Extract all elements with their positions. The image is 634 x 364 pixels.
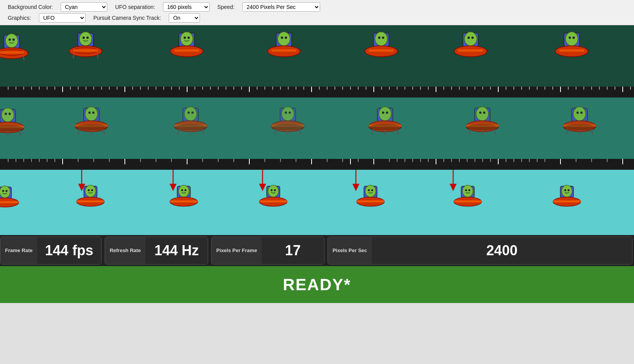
svg-rect-63 (117, 87, 117, 90)
svg-rect-60 (93, 87, 94, 90)
svg-rect-103 (428, 87, 429, 90)
svg-rect-246 (513, 159, 514, 162)
svg-rect-67 (148, 87, 149, 90)
svg-line-16 (97, 54, 98, 58)
svg-rect-240 (467, 159, 468, 162)
pursuit-select[interactable]: On (169, 13, 200, 23)
svg-marker-299 (78, 184, 85, 191)
svg-point-21 (187, 37, 190, 39)
ufo-r1-5 (362, 31, 401, 62)
svg-line-168 (299, 129, 301, 135)
svg-rect-65 (132, 87, 133, 90)
svg-rect-8 (0, 51, 24, 54)
graphics-select[interactable]: UFO (39, 13, 86, 23)
svg-rect-237 (443, 159, 444, 162)
svg-point-181 (476, 107, 489, 121)
svg-rect-235 (428, 159, 429, 162)
svg-line-148 (103, 129, 105, 135)
svg-rect-233 (412, 159, 413, 162)
svg-rect-267 (77, 200, 104, 202)
svg-rect-209 (78, 159, 79, 162)
svg-rect-125 (599, 87, 600, 90)
svg-rect-55 (54, 87, 55, 90)
svg-rect-70 (171, 87, 172, 90)
svg-rect-126 (607, 87, 608, 90)
svg-rect-114 (513, 87, 514, 90)
svg-rect-78 (233, 87, 234, 90)
svg-rect-69 (163, 87, 164, 90)
row-1 (0, 25, 634, 87)
svg-point-11 (82, 37, 85, 39)
pixels-per-sec-label: Pixels Per Sec (328, 237, 372, 264)
svg-rect-254 (607, 159, 608, 162)
svg-rect-232 (405, 159, 405, 162)
svg-point-281 (365, 185, 376, 197)
svg-rect-79 (241, 87, 242, 90)
svg-point-3 (12, 38, 15, 41)
svg-rect-216 (187, 159, 187, 164)
svg-rect-52 (31, 87, 32, 90)
svg-rect-118 (545, 87, 545, 90)
svg-rect-124 (591, 87, 592, 90)
svg-rect-92 (342, 87, 343, 90)
ufo-r1-6 (451, 31, 490, 62)
svg-rect-250 (545, 159, 545, 162)
svg-rect-99 (397, 87, 398, 90)
svg-point-44 (569, 37, 571, 39)
svg-point-271 (184, 189, 186, 191)
svg-rect-54 (47, 87, 47, 90)
svg-point-31 (375, 32, 387, 46)
svg-rect-252 (576, 159, 576, 162)
svg-rect-64 (124, 87, 125, 92)
svg-point-33 (382, 37, 384, 39)
ufo-r2-7 (560, 106, 599, 137)
svg-rect-50 (16, 87, 16, 90)
ready-text: READY* (283, 275, 351, 294)
svg-rect-230 (389, 159, 390, 162)
svg-rect-41 (458, 49, 483, 52)
svg-point-258 (2, 190, 4, 192)
svg-rect-88 (311, 87, 312, 92)
svg-rect-116 (529, 87, 530, 90)
svg-line-197 (566, 129, 568, 135)
svg-point-287 (462, 185, 473, 197)
bg-color-select[interactable]: Cyan (61, 2, 107, 12)
svg-point-141 (85, 107, 98, 121)
svg-rect-84 (280, 87, 281, 90)
svg-rect-68 (156, 87, 156, 90)
svg-point-193 (580, 111, 583, 114)
row-2 (0, 98, 634, 160)
pixels-per-sec-group: Pixels Per Sec 2400 (328, 237, 632, 265)
svg-rect-53 (39, 87, 40, 90)
svg-line-167 (275, 129, 276, 135)
svg-point-10 (79, 32, 92, 46)
svg-rect-110 (482, 87, 483, 90)
svg-point-1 (5, 34, 18, 48)
svg-rect-56 (62, 87, 63, 92)
svg-point-153 (191, 111, 194, 114)
svg-line-138 (19, 131, 21, 136)
svg-point-172 (382, 111, 384, 114)
svg-rect-115 (521, 87, 522, 90)
ufo-r1-4 (264, 31, 303, 62)
svg-rect-93 (350, 87, 351, 90)
svg-point-45 (573, 37, 575, 39)
svg-rect-234 (420, 159, 421, 162)
ufo-r1-7 (552, 31, 591, 62)
arrow-4 (350, 170, 362, 193)
ufo-sep-select[interactable]: 160 pixels (163, 2, 210, 12)
svg-rect-210 (93, 159, 94, 162)
svg-rect-123 (583, 87, 584, 90)
svg-rect-206 (47, 159, 47, 162)
refresh-rate-value: 144 Hz (145, 237, 208, 264)
svg-line-187 (469, 129, 471, 135)
svg-point-289 (468, 189, 470, 191)
svg-point-283 (371, 189, 373, 191)
svg-rect-74 (202, 87, 203, 90)
svg-rect-58 (78, 87, 79, 90)
svg-rect-243 (490, 159, 491, 162)
svg-rect-80 (249, 87, 250, 92)
speed-select[interactable]: 2400 Pixels Per Sec (242, 2, 320, 12)
svg-rect-17 (73, 49, 98, 52)
svg-point-142 (88, 111, 91, 114)
